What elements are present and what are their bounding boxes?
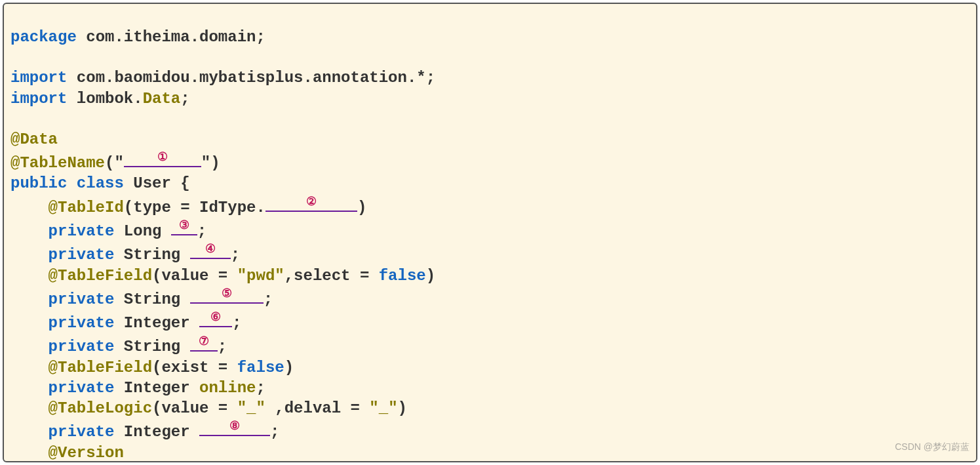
class-name: User { [124, 174, 190, 192]
type-string: String [114, 338, 189, 356]
tf1-c: "pwd" [237, 267, 284, 285]
keyword-private: private [49, 222, 115, 240]
type-string: String [114, 291, 189, 308]
blank-7-number: ⑦ [199, 331, 209, 352]
tablename-open: (" [105, 154, 124, 172]
keyword-class: class [77, 174, 124, 192]
annotation-version: @Version [49, 444, 124, 462]
annotation-tablefield2: @TableField [49, 359, 152, 376]
keyword-import: import [10, 69, 67, 87]
package-name: com.itheima.domain; [77, 28, 265, 46]
blank-2-number: ② [306, 192, 317, 212]
semi: ; [197, 222, 206, 240]
tableid-open: (type = IdType. [124, 199, 265, 216]
keyword-public: public [10, 174, 67, 192]
tl-c: "_" [237, 399, 265, 417]
blank-9-number: ⑨ [229, 460, 240, 465]
tf2-b: (exist = [152, 359, 237, 376]
blank-8: ⑧ [199, 418, 270, 436]
field-online: online [199, 379, 256, 397]
blank-2: ② [265, 194, 357, 212]
semi: ; [264, 291, 273, 308]
watermark: CSDN @梦幻蔚蓝 [895, 437, 970, 457]
tl-e: "_" [369, 399, 397, 417]
tf1-e: false [379, 267, 426, 285]
tl-d: ,delval = [265, 399, 369, 417]
annotation-tableid: @TableId [49, 199, 124, 216]
type-integer: Integer [114, 423, 199, 441]
semi: ; [270, 423, 279, 441]
tf1-d: ,select = [284, 267, 379, 285]
keyword-private: private [49, 423, 115, 441]
type-integer: Integer [114, 379, 199, 397]
tf2-d: ) [284, 359, 294, 376]
type-integer: Integer [114, 314, 199, 332]
semi: ; [256, 379, 265, 397]
semi: ; [232, 314, 241, 332]
import-2b: Data [143, 90, 181, 108]
blank-6-number: ⑥ [210, 308, 221, 328]
tl-b: (value = [152, 399, 237, 417]
tf1-f: ) [426, 267, 435, 285]
keyword-private: private [49, 314, 115, 332]
keyword-package: package [10, 28, 77, 46]
keyword-private: private [49, 338, 115, 356]
blank-1: ① [124, 150, 201, 167]
blank-7: ⑦ [190, 333, 218, 351]
blank-3: ③ [171, 218, 197, 235]
annotation-tablefield1: @TableField [49, 267, 152, 285]
blank-4-number: ④ [205, 239, 216, 260]
code-block: package com.itheima.domain; import com.b… [3, 3, 977, 462]
semi: ; [218, 338, 227, 356]
tableid-close: ) [357, 199, 366, 216]
import-2c: ; [180, 90, 189, 108]
blank-5-number: ⑤ [222, 283, 232, 304]
tf1-b: (value = [152, 267, 237, 285]
blank-3-number: ③ [179, 215, 189, 235]
blank-1-number: ① [157, 148, 168, 168]
blank-4: ④ [190, 241, 231, 259]
blank-6: ⑥ [199, 310, 232, 327]
keyword-private: private [49, 246, 115, 264]
annotation-data: @Data [10, 131, 58, 148]
keyword-private: private [49, 379, 115, 397]
import-2a: lombok. [67, 90, 142, 108]
annotation-tablelogic: @TableLogic [49, 399, 152, 417]
tf2-c: false [237, 359, 284, 376]
tl-f: ) [398, 399, 407, 417]
keyword-import: import [10, 90, 67, 108]
blank-8-number: ⑧ [229, 416, 240, 437]
type-long: Long [114, 222, 170, 240]
tablename-close: ") [201, 154, 220, 172]
type-string: String [114, 246, 189, 264]
annotation-tablename: @TableName [10, 154, 105, 172]
blank-5: ⑤ [190, 286, 264, 304]
import-1: com.baomidou.mybatisplus.annotation.*; [67, 69, 435, 87]
semi: ; [231, 246, 240, 264]
keyword-private: private [49, 291, 115, 308]
